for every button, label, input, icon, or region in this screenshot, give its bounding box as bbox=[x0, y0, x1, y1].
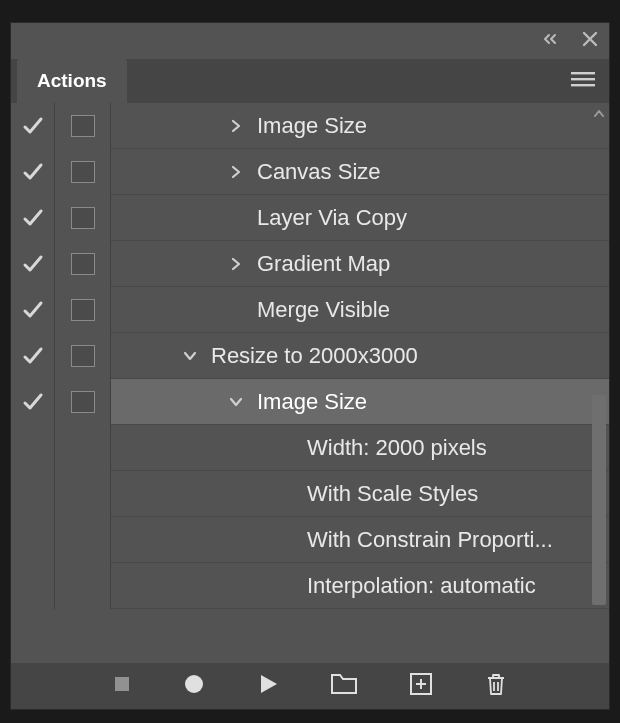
collapse-icon[interactable] bbox=[543, 32, 565, 50]
actions-panel: Actions Image SizeCanvas SizeLayer Via C… bbox=[10, 22, 610, 710]
panel-tabbar: Actions bbox=[11, 59, 609, 103]
record-button[interactable] bbox=[183, 673, 205, 699]
dialog-box-icon[interactable] bbox=[71, 115, 95, 137]
tab-actions[interactable]: Actions bbox=[17, 59, 127, 103]
row-main[interactable]: Image Size bbox=[111, 379, 609, 425]
scroll-thumb[interactable] bbox=[592, 395, 606, 605]
toggle-dialog[interactable] bbox=[55, 379, 111, 425]
action-row[interactable]: Gradient Map bbox=[11, 241, 609, 287]
svg-rect-3 bbox=[115, 677, 129, 691]
toggle-enabled[interactable] bbox=[11, 149, 55, 195]
chevron-down-icon[interactable] bbox=[175, 348, 205, 364]
toggle-dialog[interactable] bbox=[55, 563, 111, 609]
toggle-enabled[interactable] bbox=[11, 471, 55, 517]
row-main[interactable]: Resize to 2000x3000 bbox=[111, 333, 609, 379]
toggle-dialog[interactable] bbox=[55, 241, 111, 287]
scrollbar[interactable] bbox=[591, 105, 607, 661]
toggle-enabled[interactable] bbox=[11, 195, 55, 241]
action-row[interactable]: Merge Visible bbox=[11, 287, 609, 333]
chevron-down-icon[interactable] bbox=[221, 394, 251, 410]
toggle-dialog[interactable] bbox=[55, 517, 111, 563]
row-main[interactable]: Width: 2000 pixels bbox=[111, 425, 609, 471]
row-label: Canvas Size bbox=[257, 159, 381, 185]
new-action-button[interactable] bbox=[409, 672, 433, 700]
chevron-right-icon[interactable] bbox=[221, 256, 251, 272]
row-label: Image Size bbox=[257, 389, 367, 415]
action-row[interactable]: Canvas Size bbox=[11, 149, 609, 195]
scroll-up-icon[interactable] bbox=[591, 105, 607, 121]
action-row[interactable]: Image Size bbox=[11, 103, 609, 149]
close-icon[interactable] bbox=[581, 30, 599, 52]
toggle-dialog[interactable] bbox=[55, 471, 111, 517]
toggle-enabled[interactable] bbox=[11, 103, 55, 149]
dialog-box-icon[interactable] bbox=[71, 391, 95, 413]
action-row[interactable]: Resize to 2000x3000 bbox=[11, 333, 609, 379]
row-label: Gradient Map bbox=[257, 251, 390, 277]
svg-rect-2 bbox=[571, 84, 595, 86]
trash-button[interactable] bbox=[485, 672, 507, 700]
row-main[interactable]: Merge Visible bbox=[111, 287, 609, 333]
dialog-box-icon[interactable] bbox=[71, 161, 95, 183]
row-label: Resize to 2000x3000 bbox=[211, 343, 418, 369]
toggle-enabled[interactable] bbox=[11, 287, 55, 333]
row-label: Image Size bbox=[257, 113, 367, 139]
play-button[interactable] bbox=[257, 673, 279, 699]
row-main[interactable]: With Constrain Proporti... bbox=[111, 517, 609, 563]
panel-footer bbox=[11, 663, 609, 709]
row-label: Interpolation: automatic bbox=[307, 573, 536, 599]
stop-button[interactable] bbox=[113, 675, 131, 697]
row-label: With Constrain Proporti... bbox=[307, 527, 553, 553]
row-label: Layer Via Copy bbox=[257, 205, 407, 231]
row-main[interactable]: Layer Via Copy bbox=[111, 195, 609, 241]
toggle-dialog[interactable] bbox=[55, 333, 111, 379]
row-main[interactable]: With Scale Styles bbox=[111, 471, 609, 517]
action-row[interactable]: With Scale Styles bbox=[11, 471, 609, 517]
svg-rect-1 bbox=[571, 78, 595, 80]
new-set-button[interactable] bbox=[331, 673, 357, 699]
toggle-enabled[interactable] bbox=[11, 379, 55, 425]
dialog-box-icon[interactable] bbox=[71, 345, 95, 367]
row-label: Width: 2000 pixels bbox=[307, 435, 487, 461]
toggle-dialog[interactable] bbox=[55, 149, 111, 195]
toggle-enabled[interactable] bbox=[11, 425, 55, 471]
actions-list: Image SizeCanvas SizeLayer Via CopyGradi… bbox=[11, 103, 609, 663]
row-main[interactable]: Interpolation: automatic bbox=[111, 563, 609, 609]
action-row[interactable]: Width: 2000 pixels bbox=[11, 425, 609, 471]
dialog-box-icon[interactable] bbox=[71, 299, 95, 321]
row-label: With Scale Styles bbox=[307, 481, 478, 507]
row-main[interactable]: Image Size bbox=[111, 103, 609, 149]
row-main[interactable]: Gradient Map bbox=[111, 241, 609, 287]
tab-label: Actions bbox=[37, 70, 107, 91]
toggle-dialog[interactable] bbox=[55, 195, 111, 241]
svg-rect-0 bbox=[571, 72, 595, 74]
action-row[interactable]: Interpolation: automatic bbox=[11, 563, 609, 609]
action-row[interactable]: Image Size bbox=[11, 379, 609, 425]
toggle-enabled[interactable] bbox=[11, 563, 55, 609]
chevron-right-icon[interactable] bbox=[221, 164, 251, 180]
dialog-box-icon[interactable] bbox=[71, 253, 95, 275]
chevron-right-icon[interactable] bbox=[221, 118, 251, 134]
svg-point-4 bbox=[185, 675, 203, 693]
toggle-enabled[interactable] bbox=[11, 333, 55, 379]
panel-menu-icon[interactable] bbox=[571, 70, 595, 92]
toggle-dialog[interactable] bbox=[55, 287, 111, 333]
toggle-dialog[interactable] bbox=[55, 425, 111, 471]
toggle-enabled[interactable] bbox=[11, 241, 55, 287]
row-label: Merge Visible bbox=[257, 297, 390, 323]
panel-titlebar bbox=[11, 23, 609, 59]
toggle-dialog[interactable] bbox=[55, 103, 111, 149]
row-main[interactable]: Canvas Size bbox=[111, 149, 609, 195]
action-row[interactable]: Layer Via Copy bbox=[11, 195, 609, 241]
action-row[interactable]: With Constrain Proporti... bbox=[11, 517, 609, 563]
toggle-enabled[interactable] bbox=[11, 517, 55, 563]
dialog-box-icon[interactable] bbox=[71, 207, 95, 229]
